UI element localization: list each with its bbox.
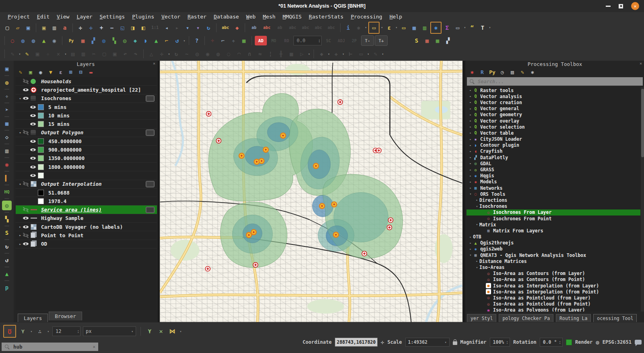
highlight-labels-icon[interactable]: abc: [261, 23, 273, 33]
coordinate-input[interactable]: [335, 338, 378, 347]
topological-editing-icon[interactable]: ⋎: [145, 327, 154, 336]
undo-circle-plugin-icon[interactable]: ↺: [2, 255, 12, 265]
toolbox-item[interactable]: ◉Iso-Area as Polygons (from Layer): [466, 307, 640, 312]
visibility-eye-icon[interactable]: [30, 121, 36, 127]
toolbox-item[interactable]: ▸QRaster tools: [466, 87, 640, 93]
history-icon[interactable]: ◷: [499, 69, 506, 76]
expander-icon[interactable]: ▸: [468, 113, 473, 117]
metasearch-icon[interactable]: ◍: [29, 36, 38, 45]
expander-icon[interactable]: ▸: [468, 168, 473, 172]
select-features-rect-icon[interactable]: ▭: [368, 22, 380, 34]
visibility-eye-icon[interactable]: [23, 207, 29, 212]
layer-indicator-icon[interactable]: [146, 129, 155, 136]
layer-row[interactable]: Highway Sample: [16, 214, 157, 223]
scale-combo[interactable]: 1:49362 ▾: [405, 338, 450, 347]
epsg-status[interactable]: EPSG:32651: [603, 339, 632, 345]
expander-icon[interactable]: ▸: [475, 198, 479, 202]
osm-map-plugin-icon[interactable]: ▚: [2, 214, 12, 224]
scrollbar-thumb[interactable]: [641, 89, 644, 157]
toolbox-close-icon[interactable]: ✕: [640, 61, 642, 66]
expander-icon[interactable]: ▸: [468, 107, 473, 111]
map-canvas[interactable]: [160, 61, 462, 322]
expander-icon[interactable]: ▾: [475, 223, 479, 226]
expander-icon[interactable]: ▸: [468, 119, 473, 123]
visibility-eye-icon[interactable]: [23, 130, 29, 135]
messages-icon[interactable]: [635, 340, 642, 345]
measure-line-dropdown[interactable]: ▾: [463, 26, 466, 29]
toolbox-item[interactable]: ▸QVector analysis: [466, 93, 640, 99]
menu-view[interactable]: View: [53, 13, 73, 20]
vertex-marker-icon[interactable]: ✧: [229, 36, 238, 45]
visibility-eye-icon[interactable]: [30, 147, 36, 152]
hqgis-plugin-icon[interactable]: HQ: [2, 187, 12, 197]
layer-row[interactable]: 51.0688: [16, 189, 157, 197]
toolbox-item[interactable]: ▸QVector general: [466, 106, 640, 112]
annotation-tools-dropdown[interactable]: ▾: [381, 52, 384, 56]
open-layer-styling-icon[interactable]: ✎: [17, 69, 24, 76]
geosearch-icon[interactable]: ◎: [120, 36, 130, 45]
visibility-eye-icon[interactable]: [30, 156, 36, 161]
kepler-drop-icon[interactable]: ◆: [130, 36, 140, 45]
bucket-plugin-icon[interactable]: ▥: [2, 146, 12, 156]
toolbox-item[interactable]: ◎Iso-Area as Contours (from Point): [466, 277, 640, 283]
toolbox-item[interactable]: ▸QVector overlay: [466, 118, 640, 124]
expander-icon[interactable]: ▾: [17, 182, 23, 186]
toolbox-search[interactable]: [467, 77, 643, 86]
rotation-spin[interactable]: 0.0 ° ▴▾: [540, 338, 563, 347]
select-features-rect-dropdown[interactable]: ▾: [380, 26, 384, 29]
toggle-editing-icon[interactable]: ✎: [22, 49, 32, 59]
toolbox-item[interactable]: ▸QVector geometry: [466, 112, 640, 118]
visibility-eye-icon[interactable]: [23, 224, 29, 230]
visibility-eye-icon[interactable]: [30, 164, 36, 170]
layer-row[interactable]: 15 mins: [16, 120, 157, 128]
toolbox-item[interactable]: ●Iso-Area as Interpolation (from Layer): [466, 283, 640, 289]
collapse-all-icon[interactable]: ⊟: [77, 69, 85, 76]
toolbox-item[interactable]: ▾Iso-Areas: [466, 264, 640, 270]
manage-map-themes-icon[interactable]: ◉: [37, 69, 44, 76]
expander-icon[interactable]: ▾: [475, 266, 479, 269]
visibility-eye-icon[interactable]: [23, 215, 29, 221]
enable-snapping-button[interactable]: Ω: [3, 325, 16, 338]
angle-spin-spin[interactable]: 0.0▴▾: [293, 36, 322, 45]
expander-icon[interactable]: ▸: [468, 131, 473, 135]
zoom-search-plugin-icon[interactable]: ◎: [2, 201, 12, 210]
menu-plugins[interactable]: Plugins: [128, 13, 158, 20]
expander-icon[interactable]: ▾: [17, 131, 23, 135]
pan-map-icon[interactable]: ✛: [76, 23, 85, 33]
dock-tab-layers[interactable]: Layers: [18, 314, 48, 322]
toolbox-item[interactable]: ▸QVector selection: [466, 124, 640, 130]
toolbox-item[interactable]: ▸▲Qgis2threejs: [466, 240, 640, 246]
expander-icon[interactable]: ▸: [468, 241, 473, 245]
layer-indicator-icon[interactable]: [146, 181, 155, 187]
expander-icon[interactable]: ▸: [468, 162, 473, 165]
text-smaller-icon[interactable]: T-: [361, 35, 374, 46]
new-bookmark-icon[interactable]: ▾: [183, 23, 192, 33]
close-button[interactable]: ✕: [631, 2, 639, 10]
layer-row[interactable]: 1800.0000000: [16, 163, 157, 171]
offset-point-symbol-dropdown[interactable]: ▾: [342, 52, 345, 56]
zoom-out-icon[interactable]: −: [107, 23, 117, 33]
run-feature-action-dropdown[interactable]: ▾: [364, 26, 367, 29]
heatmap-grid-icon[interactable]: ▦: [78, 36, 88, 45]
menu-rasterstats[interactable]: RasterStats: [305, 13, 347, 20]
s-letter-plugin-icon[interactable]: S: [2, 228, 12, 238]
expander-icon[interactable]: ▸: [468, 180, 473, 184]
visibility-eye-icon[interactable]: [23, 233, 29, 238]
refresh-plugin-icon[interactable]: ↻: [2, 242, 12, 251]
add-wfs-layer-icon[interactable]: ◍: [18, 36, 28, 45]
toolbox-item[interactable]: ◎Iso-Area as Contours (from Layer): [466, 271, 640, 277]
layer-row[interactable]: ▾Output Interpolation: [16, 180, 157, 189]
expander-icon[interactable]: ▾: [468, 192, 473, 196]
current-edits-dropdown[interactable]: ▾: [18, 52, 21, 56]
layer-indicator-icon[interactable]: [146, 95, 155, 102]
title-bar[interactable]: *01 Network Analysis - QGIS [BNHR] ✕: [0, 0, 644, 12]
feather-plugin-icon[interactable]: ➤: [2, 105, 12, 115]
toolbox-item[interactable]: ▸✱qgis2web: [466, 246, 640, 252]
snapping-mode-icon[interactable]: Y: [19, 327, 27, 336]
statistics-abacus-icon[interactable]: ▥: [420, 23, 429, 33]
deselect-features-icon[interactable]: ▭: [399, 23, 409, 33]
web-globe-plugin-icon[interactable]: ◍: [2, 78, 12, 87]
toolbox-item[interactable]: ▾▦QNEAT3 - Qgis Network Analysis Toolbox: [466, 252, 640, 258]
new-project-icon[interactable]: ▢: [2, 23, 12, 33]
menu-raster[interactable]: Raster: [184, 13, 210, 20]
